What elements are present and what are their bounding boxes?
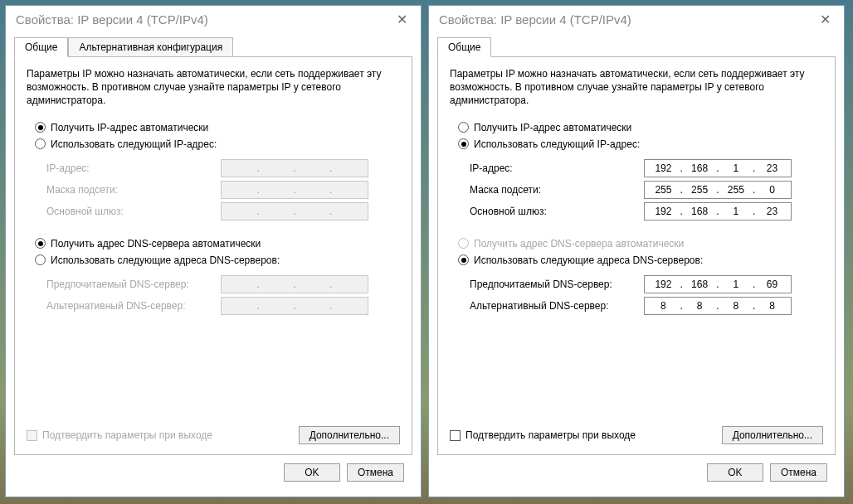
label-mask: Маска подсети: [470,184,644,196]
ip-octet[interactable]: 69 [758,279,786,290]
ip-octet[interactable]: 255 [685,184,714,196]
tabs: Общие [437,37,836,57]
input-ip[interactable]: 192. 168. 1. 23 [644,159,792,177]
input-dns2: . . . [221,297,368,315]
ipv4-properties-window-left: Свойства: IP версии 4 (TCP/IPv4) ✕ Общие… [5,5,422,497]
titlebar: Свойства: IP версии 4 (TCP/IPv4) ✕ [6,6,421,32]
ok-button[interactable]: OK [284,463,340,482]
input-mask: . . . [221,181,368,199]
ip-octet[interactable]: 192 [649,162,677,174]
label-ip: IP-адрес: [46,162,221,174]
label-dns2: Альтернативный DNS-сервер: [46,300,221,312]
bottom-row: Подтвердить параметры при выходе Дополни… [450,418,823,444]
ip-octet[interactable]: 0 [758,184,786,196]
dialog-footer: OK Отмена [437,455,836,490]
field-gateway: Основной шлюз: 192. 168. 1. 23 [470,202,823,220]
radio-label: Использовать следующий IP-адрес: [51,138,217,150]
field-ip: IP-адрес: . . . [46,159,400,177]
ip-octet[interactable]: 192 [649,206,677,217]
radio-icon [35,122,46,133]
validate-label: Подтвердить параметры при выходе [42,429,212,441]
ip-octet[interactable]: 8 [722,300,750,312]
ip-octet[interactable]: 8 [685,300,714,312]
field-gateway: Основной шлюз: . . . [46,202,400,220]
label-mask: Маска подсети: [46,184,221,196]
cancel-button[interactable]: Отмена [347,463,404,482]
ip-octet[interactable]: 1 [722,206,750,217]
radio-auto-ip[interactable]: Получить IP-адрес автоматически [458,122,823,133]
ok-button[interactable]: OK [707,463,763,482]
bottom-row: Подтвердить параметры при выходе Дополни… [27,418,400,444]
tab-general[interactable]: Общие [14,37,68,57]
ip-octet[interactable]: 255 [722,184,750,196]
label-gateway: Основной шлюз: [46,206,221,217]
titlebar: Свойства: IP версии 4 (TCP/IPv4) ✕ [429,6,844,32]
label-dns1: Предпочитаемый DNS-сервер: [46,279,221,290]
label-dns1: Предпочитаемый DNS-сервер: [470,279,644,290]
radio-auto-dns: Получить адрес DNS-сервера автоматически [458,238,823,250]
radio-manual-dns[interactable]: Использовать следующие адреса DNS-сервер… [458,254,823,266]
field-dns2: Альтернативный DNS-сервер: . . . [46,297,400,315]
label-dns2: Альтернативный DNS-сервер: [470,300,644,312]
label-ip: IP-адрес: [470,162,644,174]
radio-label: Получить адрес DNS-сервера автоматически [51,238,261,250]
radio-label: Использовать следующие адреса DNS-сервер… [474,254,703,266]
validate-checkbox[interactable] [27,430,37,441]
radio-icon [35,138,46,149]
validate-checkbox[interactable] [450,430,461,441]
close-icon[interactable]: ✕ [390,10,414,29]
radio-icon [458,254,469,265]
field-mask: Маска подсети: 255. 255. 255. 0 [470,181,823,199]
ip-octet[interactable]: 255 [649,184,677,196]
ip-octet[interactable]: 168 [685,162,714,174]
radio-auto-ip[interactable]: Получить IP-адрес автоматически [35,122,400,133]
ip-octet[interactable]: 23 [758,206,786,217]
radio-icon [35,238,46,249]
description-text: Параметры IP можно назначать автоматичес… [27,67,400,108]
radio-label: Получить IP-адрес автоматически [474,122,631,133]
dns-fields: Предпочитаемый DNS-сервер: 192. 168. 1. … [470,272,823,318]
close-icon[interactable]: ✕ [813,10,837,29]
tabs: Общие Альтернативная конфигурация [14,37,412,57]
ip-octet[interactable]: 192 [649,279,677,290]
input-mask[interactable]: 255. 255. 255. 0 [644,181,792,199]
tab-general[interactable]: Общие [437,37,491,57]
radio-icon [458,138,469,149]
tab-panel-general: Параметры IP можно назначать автоматичес… [437,56,836,455]
field-dns1: Предпочитаемый DNS-сервер: 192. 168. 1. … [470,275,823,293]
window-title: Свойства: IP версии 4 (TCP/IPv4) [439,12,813,27]
client-area: Общие Альтернативная конфигурация Параме… [6,32,421,497]
ip-octet[interactable]: 168 [685,206,714,217]
ip-octet[interactable]: 1 [722,279,750,290]
cancel-button[interactable]: Отмена [770,463,827,482]
input-dns2[interactable]: 8. 8. 8. 8 [644,297,792,315]
ip-fields: IP-адрес: 192. 168. 1. 23 Маска подсети:… [470,156,823,224]
field-mask: Маска подсети: . . . [46,181,400,199]
radio-manual-ip[interactable]: Использовать следующий IP-адрес: [458,138,823,150]
radio-manual-ip[interactable]: Использовать следующий IP-адрес: [35,138,400,150]
advanced-button[interactable]: Дополнительно... [299,426,400,444]
radio-manual-dns[interactable]: Использовать следующие адреса DNS-сервер… [35,254,400,266]
ip-fields: IP-адрес: . . . Маска подсети: . . . [46,156,400,224]
input-gateway[interactable]: 192. 168. 1. 23 [644,202,792,220]
dns-fields: Предпочитаемый DNS-сервер: . . . Альтерн… [46,272,400,318]
ip-octet[interactable]: 1 [722,162,750,174]
input-dns1: . . . [221,275,368,293]
ip-octet[interactable]: 8 [758,300,786,312]
ip-octet[interactable]: 23 [758,162,786,174]
radio-icon [35,254,46,265]
radio-label: Использовать следующие адреса DNS-сервер… [51,254,280,266]
label-gateway: Основной шлюз: [470,206,644,217]
input-ip: . . . [221,159,368,177]
advanced-button[interactable]: Дополнительно... [722,426,823,444]
radio-label: Получить адрес DNS-сервера автоматически [474,238,684,250]
tab-panel-general: Параметры IP можно назначать автоматичес… [14,56,412,455]
input-dns1[interactable]: 192. 168. 1. 69 [644,275,792,293]
ip-octet[interactable]: 168 [685,279,714,290]
field-dns2: Альтернативный DNS-сервер: 8. 8. 8. 8 [470,297,823,315]
window-title: Свойства: IP версии 4 (TCP/IPv4) [16,12,390,27]
ip-octet[interactable]: 8 [649,300,677,312]
validate-label: Подтвердить параметры при выходе [465,429,636,441]
tab-alt-config[interactable]: Альтернативная конфигурация [68,37,233,57]
radio-auto-dns[interactable]: Получить адрес DNS-сервера автоматически [35,238,400,250]
